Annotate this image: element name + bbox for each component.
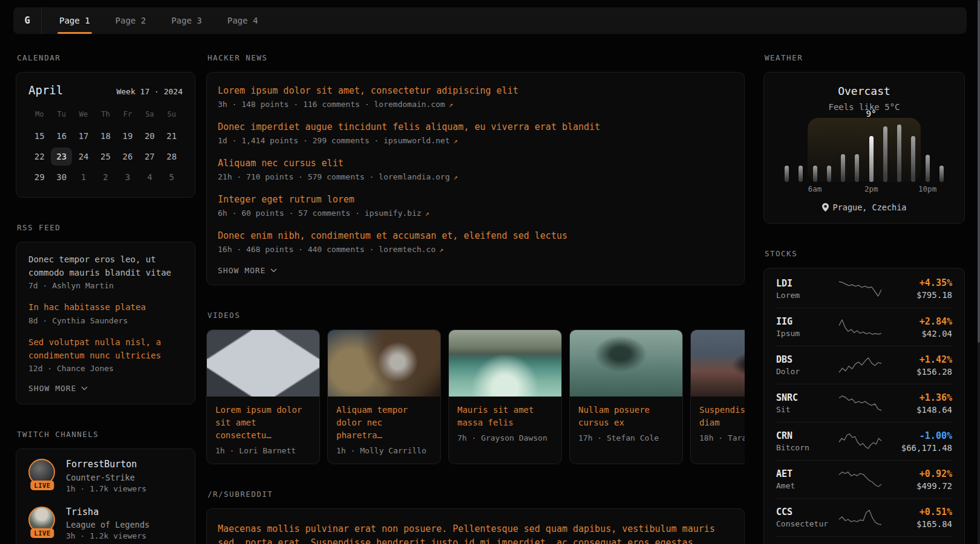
rss-item: Sed volutpat nulla nisl, a condimentum n…	[28, 336, 183, 373]
video-title[interactable]: Lorem ipsum dolor sit amet consectetu…	[215, 405, 302, 440]
app-logo[interactable]: G	[13, 7, 42, 34]
subreddit-post-title[interactable]: Maecenas mollis pulvinar erat non posuer…	[218, 522, 732, 544]
weather-bar	[799, 166, 803, 182]
twitch-channel-forrestburton[interactable]: LIVEForrestBurtonCounter-Strike1h · 1.7k…	[28, 459, 183, 493]
calendar-day: 1	[73, 168, 94, 186]
stock-row-snrc[interactable]: SNRCSit+1.36%$148.64	[776, 384, 952, 422]
stock-identity: LDILorem	[776, 278, 834, 300]
twitch-channel-trisha[interactable]: LIVETrishaLeague of Legends3h · 1.2k vie…	[28, 507, 183, 541]
video-thumbnail	[449, 330, 561, 397]
stock-values: +1.36%$148.64	[886, 392, 952, 415]
hackernews-item-meta: 21h · 710 points · 579 comments · loreml…	[218, 172, 733, 181]
stock-price: $66,171.48	[886, 443, 952, 453]
show-more-button[interactable]: SHOW MORE	[28, 384, 183, 393]
live-badge: LIVE	[30, 481, 54, 490]
rss-item-meta: 7d · Ashlyn Martin	[28, 281, 183, 290]
stock-ticker: IIG	[776, 316, 834, 327]
hackernews-item: Aliquam nec cursus elit21h · 710 points …	[218, 157, 733, 181]
nav-tab-page-4[interactable]: Page 4	[226, 7, 260, 34]
hackernews-item-title[interactable]: Donec imperdiet augue tincidunt felis al…	[218, 121, 733, 134]
video-card[interactable]: Mauris sit amet massa felis7h · Grayson …	[448, 329, 562, 464]
live-badge: LIVE	[30, 528, 54, 538]
stock-change: +4.35%	[886, 277, 952, 288]
rss-section-label: RSS FEED	[17, 223, 195, 232]
show-more-button[interactable]: SHOW MORE	[218, 266, 733, 275]
stock-row-aet[interactable]: AETAmet+0.92%$499.72	[776, 460, 952, 498]
stock-sparkline	[838, 280, 883, 298]
rss-item-title[interactable]: Sed volutpat nulla nisl, a condimentum n…	[28, 336, 183, 362]
external-link-icon[interactable]: ↗	[439, 245, 443, 254]
weather-condition: Overcast	[780, 85, 949, 97]
weekday-label: Sa	[139, 106, 160, 123]
twitch-channel-info: ForrestBurtonCounter-Strike1h · 1.7k vie…	[66, 459, 146, 493]
calendar-day: 2	[95, 168, 116, 186]
video-meta: 1h · Lori Barnett	[215, 446, 311, 455]
stock-name: Ipsum	[776, 329, 834, 338]
chevron-down-icon	[270, 268, 277, 273]
calendar-day: 17	[73, 127, 94, 145]
video-card[interactable]: Lorem ipsum dolor sit amet consectetu…1h…	[206, 329, 320, 464]
stock-sparkline-cell	[834, 318, 886, 336]
video-card-body: Nullam posuere cursus ex17h · Stefan Col…	[570, 397, 682, 451]
external-link-icon[interactable]: ↗	[454, 173, 458, 181]
middle-column: HACKER NEWS Lorem ipsum dolor sit amet, …	[206, 53, 745, 544]
weather-bar-slot	[799, 123, 803, 182]
nav-tab-page-2[interactable]: Page 2	[114, 7, 148, 34]
show-more-label: SHOW MORE	[218, 266, 266, 275]
video-title[interactable]: Mauris sit amet massa felis	[457, 405, 534, 427]
hackernews-item-meta: 6h · 60 points · 57 comments · ipsumify.…	[218, 209, 733, 218]
hackernews-item-title[interactable]: Aliquam nec cursus elit	[218, 157, 733, 170]
stock-row-ahs[interactable]: AHS+0.46%	[776, 536, 952, 544]
stock-row-dbs[interactable]: DBSDolor+1.42%$156.28	[776, 346, 952, 384]
external-link-icon[interactable]: ↗	[454, 137, 458, 145]
calendar-header: April Week 17 · 2024	[28, 83, 183, 97]
stock-sparkline	[838, 508, 883, 526]
weekday-label: Tu	[50, 106, 72, 123]
video-card[interactable]: Suspendisse tempor diam18h · Tara Hall	[690, 329, 745, 464]
stock-sparkline	[838, 356, 883, 374]
stock-identity: CRNBitcorn	[776, 430, 834, 452]
rss-item-meta: 12d · Chance Jones	[28, 364, 183, 373]
nav-tab-page-3[interactable]: Page 3	[169, 7, 204, 34]
hackernews-item-title[interactable]: Integer eget rutrum lorem	[218, 193, 733, 206]
stock-values: -1.00%$66,171.48	[886, 430, 952, 453]
stock-change: +0.92%	[886, 468, 952, 479]
stock-row-ldi[interactable]: LDILorem+4.35%$795.18	[776, 270, 952, 308]
nav-tab-page-1[interactable]: Page 1	[57, 7, 92, 34]
hackernews-section-label: HACKER NEWS	[207, 53, 745, 62]
video-card[interactable]: Nullam posuere cursus ex17h · Stefan Col…	[569, 329, 683, 464]
stock-row-iig[interactable]: IIGIpsum+2.84%$42.04	[776, 308, 952, 346]
calendar-day: 16	[51, 127, 71, 145]
external-link-icon[interactable]: ↗	[449, 100, 453, 109]
stock-sparkline-cell	[834, 280, 886, 298]
stock-ticker: LDI	[776, 278, 834, 289]
video-card-body: Mauris sit amet massa felis7h · Grayson …	[449, 397, 561, 451]
rss-item-title[interactable]: In hac habitasse platea	[28, 301, 183, 314]
video-title[interactable]: Suspendisse tempor diam	[699, 405, 745, 427]
page-scrollbar[interactable]	[978, 0, 980, 544]
stock-row-ccs[interactable]: CCSConsectetur+0.51%$165.84	[776, 498, 952, 536]
stock-name: Amet	[776, 481, 834, 490]
video-title[interactable]: Nullam posuere cursus ex	[578, 405, 650, 427]
page-scrollbar-thumb[interactable]	[978, 0, 980, 343]
twitch-channel-info: TrishaLeague of Legends3h · 1.2k viewers	[66, 507, 149, 541]
stock-sparkline-cell	[834, 356, 886, 374]
weather-bar	[785, 166, 789, 182]
video-title[interactable]: Aliquam tempor dolor nec pharetra…	[336, 405, 408, 440]
external-link-icon[interactable]: ↗	[425, 209, 430, 218]
video-card[interactable]: Aliquam tempor dolor nec pharetra…1h · M…	[327, 329, 441, 464]
stock-values: +2.84%$42.04	[886, 316, 952, 338]
rss-item: Donec tempor eros leo, ut commodo mauris…	[28, 253, 183, 290]
stock-name: Bitcorn	[776, 443, 834, 452]
hackernews-item-title[interactable]: Lorem ipsum dolor sit amet, consectetur …	[218, 85, 733, 97]
calendar-day: 19	[117, 127, 138, 145]
stock-row-crn[interactable]: CRNBitcorn-1.00%$66,171.48	[776, 422, 952, 460]
calendar-section-label: CALENDAR	[17, 53, 195, 62]
stocks-card: LDILorem+4.35%$795.18IIGIpsum+2.84%$42.0…	[763, 268, 965, 544]
hackernews-item-title[interactable]: Donec enim nibh, condimentum et accumsan…	[218, 230, 733, 242]
stock-name: Lorem	[776, 291, 834, 300]
rss-item-title[interactable]: Donec tempor eros leo, ut commodo mauris…	[28, 253, 183, 279]
subreddit-post: Maecenas mollis pulvinar erat non posuer…	[218, 522, 733, 544]
stock-name: Consectetur	[776, 519, 834, 528]
weather-bar-slot	[841, 123, 845, 182]
